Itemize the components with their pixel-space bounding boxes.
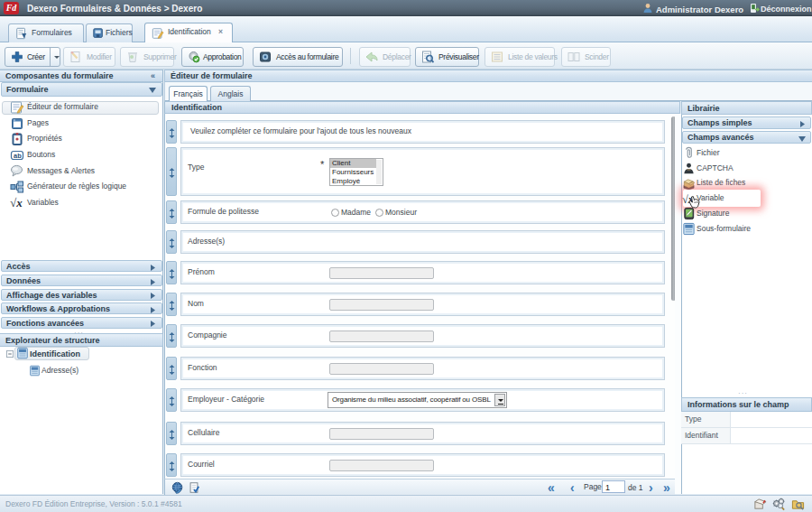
- svg-text:ab: ab: [14, 152, 22, 160]
- svg-text:√x: √x: [10, 196, 23, 209]
